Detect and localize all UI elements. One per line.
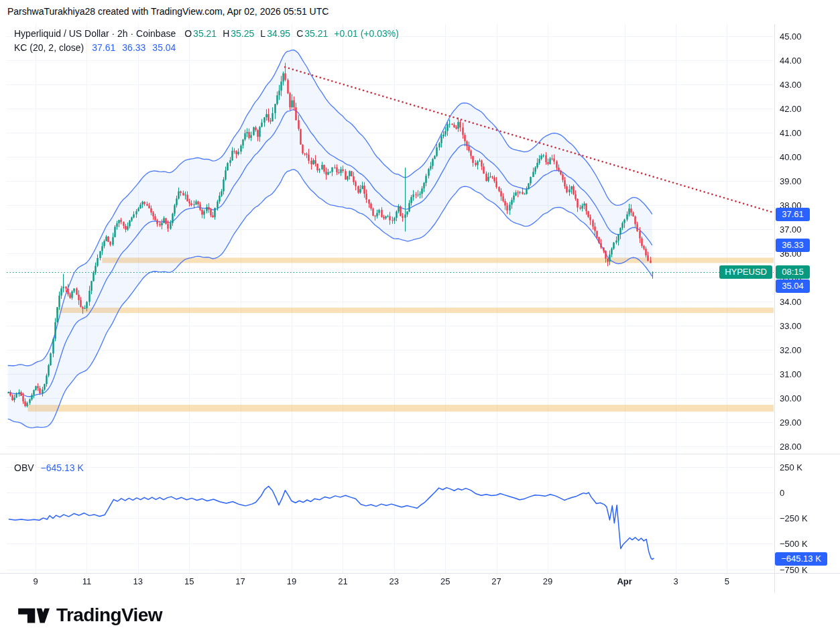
time-tick-label: 3	[673, 576, 678, 586]
obv-value-badge: −645.13 K	[775, 552, 827, 566]
obv-tick-label: 250 K	[780, 462, 802, 472]
time-tick-label: Apr	[617, 576, 632, 586]
tradingview-chart-screenshot: ParshwaTurakhiya28 created with TradingV…	[0, 0, 840, 638]
obv-tick-label: −500 K	[780, 539, 808, 549]
time-tick-label: 11	[82, 576, 92, 586]
keltner-legend-row[interactable]: KC (20, 2, close)37.6136.3335.04	[14, 41, 399, 55]
time-axis[interactable]: 911131517192123252729Apr35	[0, 573, 840, 593]
time-tick-label: 13	[133, 576, 143, 586]
time-tick-label: 29	[543, 576, 552, 586]
low-label: L	[260, 28, 265, 39]
tradingview-logo-text: TradingView	[56, 604, 162, 626]
tradingview-logo-icon	[17, 605, 50, 625]
price-tick-label: 42.00	[780, 104, 802, 114]
time-tick-label: 23	[389, 576, 399, 586]
price-tick-label: 28.00	[780, 442, 802, 452]
symbol-name-badge: HYPEUSD	[719, 265, 772, 279]
price-tick-label: 40.00	[780, 152, 802, 162]
time-tick-label: 17	[235, 576, 245, 586]
close-value: 35.21	[304, 28, 328, 39]
kc-lower-price-badge: 35.04	[776, 279, 810, 293]
price-tick-label: 30.00	[780, 393, 802, 403]
price-tick-label: 43.00	[780, 80, 802, 90]
tradingview-logo[interactable]: TradingView	[17, 604, 162, 626]
time-tick-label: 25	[440, 576, 450, 586]
obv-tick-label: 0	[780, 488, 784, 498]
low-value: 34.95	[267, 28, 290, 39]
obv-tick-label: −250 K	[780, 513, 808, 523]
change-value: +0.01 (+0.03%)	[334, 28, 399, 39]
high-value: 35.25	[231, 28, 254, 39]
keltner-upper-value: 37.61	[92, 42, 115, 53]
price-tick-label: 37.00	[780, 225, 802, 235]
time-tick-label: 5	[725, 576, 729, 586]
obv-value: −645.13 K	[41, 462, 84, 473]
price-tick-label: 33.00	[780, 321, 802, 331]
price-tick-label: 29.00	[780, 418, 802, 428]
time-tick-label: 21	[338, 576, 347, 586]
price-tick-label: 31.00	[780, 369, 802, 379]
kc-basis-price-badge: 36.33	[776, 239, 810, 252]
obv-label: OBV	[14, 462, 34, 473]
price-axis[interactable]: 45.0044.0043.0042.0041.0040.0039.0038.00…	[775, 0, 840, 593]
price-tick-label: 41.00	[780, 128, 802, 138]
keltner-basis-value: 36.33	[122, 42, 145, 53]
open-value: 35.21	[193, 28, 217, 39]
open-label: O	[184, 28, 192, 39]
price-tick-label: 32.00	[780, 345, 802, 355]
chart-canvas[interactable]	[0, 0, 840, 638]
close-label: C	[296, 28, 303, 39]
symbol-legend-row[interactable]: Hyperliquid / US Dollar · 2h · CoinbaseO…	[14, 27, 399, 41]
time-tick-label: 15	[184, 576, 194, 586]
countdown-time-badge: 08:15	[776, 265, 810, 279]
price-tick-label: 39.00	[780, 176, 802, 186]
obv-legend-row[interactable]: OBV−645.13 K	[14, 462, 84, 473]
kc-upper-price-badge: 37.61	[776, 208, 810, 221]
keltner-label: KC (20, 2, close)	[14, 42, 84, 53]
high-label: H	[223, 28, 229, 39]
symbol-title: Hyperliquid / US Dollar · 2h · Coinbase	[14, 28, 176, 39]
price-tick-label: 34.00	[780, 297, 802, 307]
main-chart-legend: Hyperliquid / US Dollar · 2h · CoinbaseO…	[14, 27, 399, 55]
time-tick-label: 9	[33, 576, 38, 586]
time-tick-label: 19	[287, 576, 296, 586]
price-tick-label: 45.00	[780, 31, 802, 42]
time-tick-label: 27	[491, 576, 501, 586]
keltner-lower-value: 35.04	[152, 42, 176, 53]
price-tick-label: 44.00	[780, 56, 802, 66]
